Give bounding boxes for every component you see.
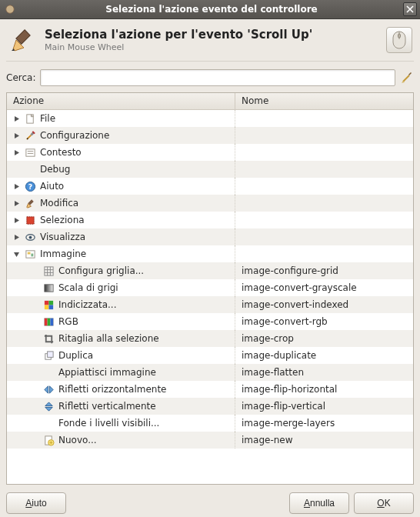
- tree-label: Nuovo...: [58, 435, 97, 445]
- expander-closed-icon[interactable]: [12, 232, 21, 242]
- tree-name: image-new: [235, 435, 413, 445]
- flipv-icon: [42, 400, 55, 413]
- tree-label: Seleziona: [40, 215, 85, 225]
- tree-label: Fonde i livelli visibili...: [58, 418, 159, 429]
- tree-row[interactable]: Seleziona: [7, 212, 413, 228]
- tree-child-row[interactable]: Configura griglia...image-configure-grid: [7, 262, 413, 279]
- svg-point-0: [6, 5, 15, 14]
- tree-row[interactable]: Debug: [7, 161, 413, 178]
- new-icon: [42, 434, 55, 447]
- tree-name: image-flip-vertical: [235, 401, 413, 412]
- svg-rect-17: [27, 216, 34, 223]
- tree-child-row[interactable]: Duplicaimage-duplicate: [7, 347, 413, 364]
- column-name[interactable]: Nome: [235, 93, 413, 109]
- tree-child-row[interactable]: Ritaglia alla selezioneimage-crop: [7, 330, 413, 347]
- svg-rect-34: [45, 318, 48, 325]
- expander-closed-icon[interactable]: [12, 131, 21, 140]
- tree-label: Ritaglia alla selezione: [58, 333, 159, 344]
- config-icon: [24, 129, 37, 142]
- svg-point-9: [27, 138, 28, 139]
- image-icon: [24, 248, 37, 261]
- tree-label: File: [40, 113, 55, 124]
- gray-icon: [42, 282, 55, 295]
- svg-rect-30: [49, 300, 54, 305]
- tree-child-row[interactable]: Fonde i livelli visibili...image-merge-l…: [7, 415, 413, 432]
- tree-child-row[interactable]: Scala di grigiimage-convert-grayscale: [7, 279, 413, 296]
- tree-row[interactable]: Contesto: [7, 144, 413, 161]
- tree-row[interactable]: Modifica: [7, 195, 413, 212]
- header-title: Seleziona l'azione per l'evento 'Scroll …: [45, 28, 378, 42]
- ok-button[interactable]: OK: [354, 492, 414, 514]
- expander-open-icon[interactable]: [12, 249, 21, 258]
- svg-rect-31: [45, 305, 49, 309]
- column-action[interactable]: Azione: [7, 93, 235, 109]
- tree-row[interactable]: File: [7, 110, 413, 127]
- tree-name: image-convert-indexed: [235, 299, 413, 310]
- tree-name: image-convert-rgb: [235, 316, 413, 327]
- svg-rect-21: [28, 252, 31, 254]
- edit-icon: [24, 197, 37, 210]
- expander-closed-icon[interactable]: [12, 215, 21, 225]
- tree-row[interactable]: Visualizza: [7, 228, 413, 245]
- svg-rect-10: [26, 148, 35, 155]
- svg-line-7: [403, 75, 409, 82]
- svg-rect-23: [45, 266, 53, 275]
- grid-icon: [42, 265, 55, 278]
- mouse-icon: [386, 27, 412, 53]
- tree-name: image-merge-layers: [235, 418, 413, 429]
- tree-label: Configura griglia...: [58, 265, 144, 276]
- help-button[interactable]: Aiuto: [6, 492, 66, 514]
- close-button[interactable]: [403, 2, 417, 16]
- indexed-icon: [42, 299, 55, 312]
- svg-rect-38: [48, 351, 54, 357]
- tree-label: Debug: [40, 164, 70, 175]
- tree-body[interactable]: FileConfigurazioneContestoDebug?AiutoMod…: [7, 110, 413, 485]
- tree-child-row[interactable]: RGBimage-convert-rgb: [7, 313, 413, 330]
- clear-search-icon[interactable]: [400, 71, 414, 85]
- tree-label: Rifletti orizzontalmente: [58, 384, 166, 395]
- app-icon: [3, 2, 17, 16]
- search-label: Cerca:: [6, 72, 35, 83]
- view-icon: [24, 231, 37, 244]
- fliph-icon: [42, 383, 55, 396]
- tree-name: image-configure-grid: [235, 265, 413, 276]
- tree-row[interactable]: ?Aiuto: [7, 178, 413, 195]
- select-icon: [24, 214, 37, 227]
- svg-rect-28: [45, 284, 53, 291]
- expander-closed-icon[interactable]: [12, 198, 21, 208]
- crop-icon: [42, 332, 55, 345]
- svg-rect-32: [49, 305, 54, 309]
- tree-name: image-flatten: [235, 367, 413, 378]
- tree-child-row[interactable]: Indicizzata...image-convert-indexed: [7, 296, 413, 313]
- svg-rect-22: [31, 253, 33, 256]
- tree-row[interactable]: Immagine: [7, 245, 413, 262]
- tree-label: Immagine: [40, 248, 86, 259]
- tree-name: image-duplicate: [235, 350, 413, 361]
- search-input[interactable]: [40, 69, 395, 86]
- context-icon: [24, 146, 37, 159]
- tree-row[interactable]: Configurazione: [7, 127, 413, 144]
- expander-closed-icon[interactable]: [12, 148, 21, 157]
- tree-child-row[interactable]: Rifletti orizzontalmenteimage-flip-horiz…: [7, 381, 413, 398]
- help-icon: ?: [24, 180, 37, 193]
- tree-child-row[interactable]: Nuovo...image-new: [7, 432, 413, 449]
- tree-label: Duplica: [58, 350, 93, 361]
- tree-name: image-crop: [235, 333, 413, 344]
- expander-closed-icon[interactable]: [12, 182, 21, 191]
- tree-label: Scala di grigi: [58, 282, 118, 293]
- svg-text:?: ?: [28, 182, 32, 191]
- cancel-button[interactable]: Annulla: [289, 492, 349, 514]
- tree-label: Visualizza: [40, 232, 85, 242]
- svg-rect-35: [48, 318, 51, 325]
- tree-name: image-flip-horizontal: [235, 384, 413, 395]
- tree-child-row[interactable]: Rifletti verticalmenteimage-flip-vertica…: [7, 398, 413, 415]
- window-title: Seleziona l'azione evento del controllor…: [20, 4, 403, 15]
- expander-closed-icon[interactable]: [12, 114, 21, 123]
- tree-label: Indicizzata...: [58, 299, 116, 310]
- tree-header: Azione Nome: [7, 93, 413, 110]
- tree-child-row[interactable]: Appiattisci immagineimage-flatten: [7, 364, 413, 381]
- svg-rect-36: [50, 318, 53, 325]
- tree-label: Rifletti verticalmente: [58, 401, 156, 412]
- svg-rect-29: [45, 300, 49, 305]
- title-bar: Seleziona l'azione evento del controllor…: [0, 0, 420, 19]
